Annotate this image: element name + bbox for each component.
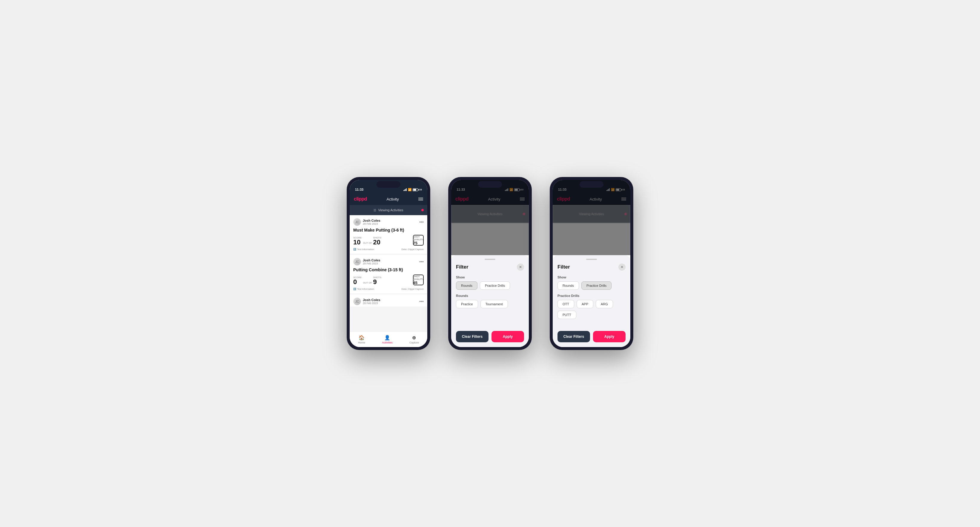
clear-filters-btn-3[interactable]: Clear Filters (557, 331, 590, 342)
phone-2-screen: 11:33 📶 33 clippd Activity (451, 180, 529, 347)
score-stat-2: Score 0 (353, 276, 361, 285)
filter-backdrop-3 (553, 180, 630, 255)
arg-btn-3[interactable]: ARG (596, 300, 613, 308)
battery-icon-1 (413, 188, 418, 191)
nav-activities-1[interactable]: 👤 Activities (382, 335, 393, 344)
practice-drills-tab-2[interactable]: Practice Drills (480, 281, 510, 290)
signal-icon-1 (403, 188, 407, 191)
activity-card-1: JC Josh Coles 28 Feb 2023 ••• Must Make … (350, 215, 427, 254)
app-btn-3[interactable]: APP (577, 300, 593, 308)
avatar-3: JC (353, 297, 361, 305)
nav-home-label-1: Home (358, 341, 365, 344)
tournament-btn-2[interactable]: Tournament (480, 300, 508, 308)
test-info-1: ℹ️ Test Information (353, 248, 374, 251)
apply-btn-2[interactable]: Apply (492, 331, 524, 342)
notification-dot-1 (421, 209, 424, 211)
filter-close-2[interactable]: ✕ (517, 264, 524, 271)
top-nav-1: clippd Activity (350, 193, 427, 205)
phone-3-screen: 11:33 📶 33 clippd Activity (553, 180, 630, 347)
card-footer-1: ℹ️ Test Information Data: Clippd Capture (353, 248, 424, 251)
filter-footer-2: Clear Filters Apply (456, 326, 524, 342)
bottom-nav-1: 🏠 Home 👤 Activities ⊕ Capture (350, 332, 427, 347)
avatar-1: JC (353, 218, 361, 226)
phone-1-screen: 11:33 📶 33 clippd (350, 180, 427, 347)
shot-quality-label-2: Shot Quality (413, 275, 423, 281)
practice-btn-2[interactable]: Practice (456, 300, 478, 308)
home-icon-1: 🏠 (359, 335, 364, 340)
rounds-tab-3[interactable]: Rounds (557, 281, 579, 290)
phone-1: 11:33 📶 33 clippd (347, 177, 430, 350)
shot-quality-value-1: 75 (413, 241, 417, 245)
filter-overlay-2: Filter ✕ Show Rounds Practice Drills Rou… (451, 180, 529, 347)
viewing-text-1: Viewing Activities (378, 208, 403, 212)
shots-value-1: 20 (373, 239, 382, 246)
activity-card-2: JC Josh Coles 28 Feb 2023 ••• Putting Co… (350, 255, 427, 293)
clear-filters-btn-2[interactable]: Clear Filters (456, 331, 488, 342)
rounds-tab-2[interactable]: Rounds (456, 281, 477, 290)
shots-stat-1: Shots 20 (373, 237, 382, 246)
user-details-1: Josh Coles 28 Feb 2023 (363, 219, 380, 225)
nav-activities-label-1: Activities (382, 341, 393, 344)
card-footer-2: ℹ️ Test Information Data: Clippd Capture (353, 288, 424, 290)
user-date-2: 28 Feb 2023 (363, 262, 380, 265)
logo-1: clippd (354, 196, 367, 202)
user-info-1: JC Josh Coles 28 Feb 2023 (353, 218, 380, 226)
shots-value-2: 9 (373, 279, 382, 285)
practice-drills-tab-3[interactable]: Practice Drills (581, 281, 611, 290)
nav-capture-label-1: Capture (409, 341, 419, 344)
filter-modal-2: Filter ✕ Show Rounds Practice Drills Rou… (451, 255, 529, 347)
apply-btn-3[interactable]: Apply (593, 331, 625, 342)
nav-home-1[interactable]: 🏠 Home (358, 335, 365, 344)
more-btn-2[interactable]: ••• (419, 259, 424, 264)
more-btn-3[interactable]: ••• (419, 299, 424, 304)
user-date-3: 28 Feb 2023 (363, 302, 380, 305)
score-stat-1: Score 10 (353, 237, 361, 246)
filter-footer-3: Clear Filters Apply (557, 326, 625, 342)
activity-title-2: Putting Combine (3-15 ft) (353, 267, 424, 272)
user-info-2: JC Josh Coles 28 Feb 2023 (353, 258, 380, 265)
phone-3: 11:33 📶 33 clippd Activity (550, 177, 633, 350)
score-value-2: 0 (353, 279, 361, 285)
user-date-1: 28 Feb 2023 (363, 222, 380, 225)
data-source-1: Data: Clippd Capture (401, 248, 424, 251)
practice-drills-btn-group-3: OTT APP ARG PUTT (557, 300, 625, 319)
phone-notch-1 (377, 181, 401, 188)
filter-header-2: Filter ✕ (456, 264, 524, 271)
stats-row-1: Score 10 OUT OF Shots 20 Shot Quality 75 (353, 235, 424, 246)
putt-btn-3[interactable]: PUTT (557, 311, 576, 319)
filter-close-3[interactable]: ✕ (619, 264, 625, 271)
wifi-icon-1: 📶 (408, 188, 412, 191)
capture-icon-1: ⊕ (412, 335, 416, 340)
data-source-2: Data: Clippd Capture (401, 288, 424, 290)
show-label-3: Show (557, 275, 625, 279)
status-icons-1: 📶 33 (403, 188, 422, 191)
ott-btn-3[interactable]: OTT (557, 300, 574, 308)
shot-quality-label-1: Shot Quality (413, 235, 423, 241)
nav-capture-1[interactable]: ⊕ Capture (409, 335, 419, 344)
nav-title-1: Activity (387, 197, 399, 202)
phone-notch-2 (478, 181, 502, 188)
filter-icon-1: ☷ (374, 209, 376, 212)
viewing-banner-1[interactable]: ☷ Viewing Activities (350, 205, 427, 215)
more-btn-1[interactable]: ••• (419, 220, 424, 224)
user-info-3: JC Josh Coles 28 Feb 2023 (353, 297, 380, 305)
rounds-label-2: Rounds (456, 294, 524, 297)
menu-icon-1[interactable] (418, 198, 423, 201)
filter-handle-3 (586, 259, 597, 260)
user-details-2: Josh Coles 28 Feb 2023 (363, 259, 380, 265)
user-name-1: Josh Coles (363, 219, 380, 222)
activity-feed-1: JC Josh Coles 28 Feb 2023 ••• Must Make … (350, 215, 427, 332)
user-details-3: Josh Coles 28 Feb 2023 (363, 298, 380, 305)
phone-notch-3 (579, 181, 603, 188)
activity-title-1: Must Make Putting (3-6 ft) (353, 228, 424, 232)
show-label-2: Show (456, 275, 524, 279)
out-of-1: OUT OF (363, 242, 372, 244)
activities-icon-1: 👤 (384, 335, 390, 340)
test-info-2: ℹ️ Test Information (353, 288, 374, 290)
phone-2: 11:33 📶 33 clippd Activity (448, 177, 532, 350)
filter-header-3: Filter ✕ (557, 264, 625, 271)
stats-row-2: Score 0 OUT OF Shots 9 Shot Quality 45 (353, 275, 424, 285)
card-header-3: JC Josh Coles 28 Feb 2023 ••• (353, 297, 424, 305)
shots-stat-2: Shots 9 (373, 276, 382, 285)
status-time-1: 11:33 (355, 188, 363, 191)
